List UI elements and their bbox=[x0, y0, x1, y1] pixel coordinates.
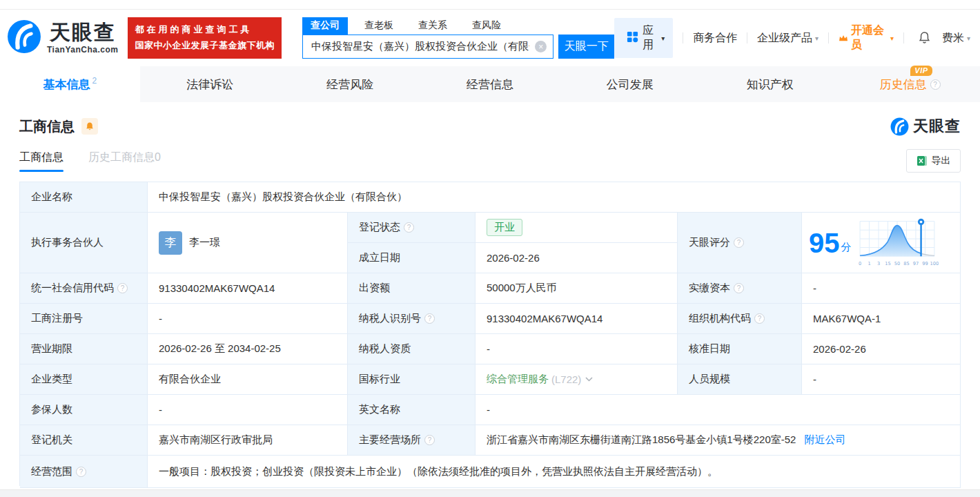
help-icon[interactable]: ? bbox=[930, 79, 941, 90]
business-term-value: 2026-02-26 至 2034-02-25 bbox=[148, 334, 348, 364]
brand-name: 天眼查 bbox=[50, 22, 116, 43]
tianyancha-logo-icon bbox=[7, 19, 41, 57]
section-title: 工商信息 bbox=[19, 117, 75, 136]
industry-code: (L722) bbox=[551, 373, 581, 385]
taxpayer-quality-value: - bbox=[476, 334, 678, 364]
main-content: 工商信息 天眼查 工商信息 历史工商信息0 导出 bbox=[0, 116, 980, 486]
apps-label: 应用 bbox=[643, 23, 657, 52]
help-icon[interactable]: ? bbox=[76, 467, 86, 477]
brand-domain: TianYanCha.com bbox=[47, 45, 118, 55]
score-unit: 分 bbox=[841, 241, 852, 254]
promo-banner: 都在用的商业查询工具 国家中小企业发展子基金旗下机构 bbox=[128, 17, 282, 59]
company-type-label: 企业类型 bbox=[20, 364, 148, 395]
partner-name[interactable]: 李一璟 bbox=[189, 236, 220, 249]
subtab-history-business-info[interactable]: 历史工商信息0 bbox=[88, 150, 161, 172]
tab-basic-info-label: 基本信息 bbox=[43, 77, 90, 92]
paid-capital-label-text: 实缴资本 bbox=[689, 282, 730, 295]
capital-value: 50000万人民币 bbox=[476, 273, 678, 304]
chevron-down-icon[interactable] bbox=[585, 377, 593, 382]
tab-history-info-label: 历史信息 bbox=[880, 77, 927, 92]
reg-authority-label: 登记机关 bbox=[20, 425, 148, 456]
tab-company-development[interactable]: 公司发展 bbox=[560, 66, 700, 102]
svg-text:0: 0 bbox=[858, 260, 861, 266]
chevron-down-icon: ▾ bbox=[890, 35, 894, 42]
org-code-label-text: 组织机构代码 bbox=[689, 312, 751, 325]
help-icon[interactable]: ? bbox=[404, 222, 414, 233]
export-label: 导出 bbox=[932, 155, 951, 167]
reg-number-label: 工商注册号 bbox=[20, 304, 148, 334]
partner-avatar[interactable]: 李 bbox=[159, 231, 182, 255]
org-code-label: 组织机构代码 ? bbox=[678, 304, 802, 334]
help-icon[interactable]: ? bbox=[424, 313, 435, 324]
registration-status-value: 开业 bbox=[476, 213, 678, 243]
tab-basic-info-count: 2 bbox=[92, 76, 97, 86]
credit-code-label: 统一社会信用代码 ? bbox=[20, 273, 148, 304]
open-vip-menu[interactable]: 开通会员 ▾ bbox=[839, 23, 894, 52]
business-place-label: 主要经营场所 ? bbox=[348, 425, 476, 456]
paid-capital-value: - bbox=[802, 273, 961, 304]
menu-divider bbox=[828, 32, 829, 43]
promo-line2: 国家中小企业发展子基金旗下机构 bbox=[135, 38, 275, 54]
svg-text:100: 100 bbox=[930, 260, 938, 266]
search-tab-risk[interactable]: 查风险 bbox=[464, 17, 509, 35]
chevron-down-icon: ▾ bbox=[967, 35, 970, 42]
help-icon[interactable]: ? bbox=[734, 283, 744, 293]
business-scope-value: 一般项目：股权投资；创业投资（限投资未上市企业）（除依法须经批准的项目外，凭营业… bbox=[148, 456, 961, 488]
tab-operating-risk[interactable]: 经营风险 bbox=[280, 66, 420, 102]
search-tab-relation[interactable]: 查关系 bbox=[410, 17, 455, 35]
company-nav-tabs: 基本信息 2 法律诉讼 经营风险 经营信息 公司发展 知识产权 历史信息 VIP… bbox=[0, 66, 980, 102]
capital-label: 出资额 bbox=[348, 273, 476, 304]
search-button[interactable]: 天眼一下 bbox=[558, 35, 614, 59]
industry-name[interactable]: 综合管理服务 bbox=[487, 373, 549, 386]
vip-badge: VIP bbox=[910, 66, 932, 76]
registration-status-label-text: 登记状态 bbox=[359, 221, 400, 234]
insured-count-label: 参保人数 bbox=[20, 395, 148, 425]
apps-menu[interactable]: 应用 ▾ bbox=[614, 18, 673, 58]
business-scope-label: 经营范围 ? bbox=[20, 456, 148, 488]
help-icon[interactable]: ? bbox=[754, 313, 765, 324]
help-icon[interactable]: ? bbox=[424, 435, 435, 445]
staff-size-value: - bbox=[802, 364, 961, 395]
score-value: 95 bbox=[809, 229, 840, 257]
establish-date-label: 成立日期 bbox=[348, 243, 476, 273]
search-tab-company[interactable]: 查公司 bbox=[302, 17, 348, 35]
business-cooperation-link[interactable]: 商务合作 bbox=[693, 31, 737, 46]
establish-date-value: 2026-02-26 bbox=[476, 243, 678, 273]
company-name-label: 企业名称 bbox=[20, 182, 148, 213]
business-place-address: 浙江省嘉兴市南湖区东栅街道南江路1856号基金小镇1号楼220室-52 bbox=[487, 433, 796, 447]
help-icon[interactable]: ? bbox=[117, 283, 128, 293]
notification-bell-icon[interactable] bbox=[918, 31, 931, 45]
registration-status-label: 登记状态 ? bbox=[348, 213, 476, 243]
tianyancha-watermark: 天眼查 bbox=[890, 116, 961, 137]
search-input[interactable] bbox=[302, 35, 553, 59]
executive-partner-label: 执行事务合伙人 bbox=[20, 213, 148, 273]
help-icon[interactable]: ? bbox=[734, 237, 744, 248]
user-account-menu[interactable]: 费米 ▾ bbox=[942, 31, 970, 46]
score-label: 天眼评分 ? bbox=[678, 213, 802, 273]
header: 天眼查 TianYanCha.com 都在用的商业查询工具 国家中小企业发展子基… bbox=[0, 0, 980, 66]
tab-basic-info[interactable]: 基本信息 2 bbox=[0, 66, 140, 102]
tab-operating-info[interactable]: 经营信息 bbox=[420, 66, 560, 102]
open-vip-label: 开通会员 bbox=[851, 23, 888, 52]
nearby-companies-link[interactable]: 附近公司 bbox=[804, 433, 845, 447]
tab-legal-proceedings[interactable]: 法律诉讼 bbox=[140, 66, 280, 102]
tianyancha-logo[interactable]: 天眼查 TianYanCha.com bbox=[7, 19, 118, 57]
export-button[interactable]: 导出 bbox=[906, 149, 961, 173]
approval-date-value: 2026-02-26 bbox=[802, 334, 961, 364]
business-info-table: 企业名称 中保投智星安（嘉兴）股权投资合伙企业（有限合伙） 执行事务合伙人 李 … bbox=[19, 182, 961, 486]
tianyancha-watermark-icon bbox=[890, 117, 909, 136]
subscribe-bell-icon[interactable] bbox=[81, 118, 98, 135]
menu-divider bbox=[747, 32, 747, 43]
search-tab-boss[interactable]: 查老板 bbox=[356, 17, 402, 35]
credit-code-label-text: 统一社会信用代码 bbox=[31, 282, 114, 295]
menu-divider bbox=[903, 32, 904, 43]
tab-intellectual-property[interactable]: 知识产权 bbox=[700, 66, 840, 102]
industry-value: 综合管理服务 (L722) bbox=[476, 364, 678, 395]
taxpayer-id-value: 91330402MAK67WQA14 bbox=[476, 304, 678, 334]
enterprise-products-menu[interactable]: 企业级产品 ▾ bbox=[757, 31, 819, 46]
company-name-value: 中保投智星安（嘉兴）股权投资合伙企业（有限合伙） bbox=[148, 182, 961, 213]
taxpayer-id-label: 纳税人识别号 ? bbox=[348, 304, 476, 334]
subtab-business-info[interactable]: 工商信息 bbox=[19, 150, 63, 172]
status-badge: 开业 bbox=[487, 219, 522, 236]
tab-history-info[interactable]: 历史信息 VIP ? bbox=[840, 66, 980, 102]
